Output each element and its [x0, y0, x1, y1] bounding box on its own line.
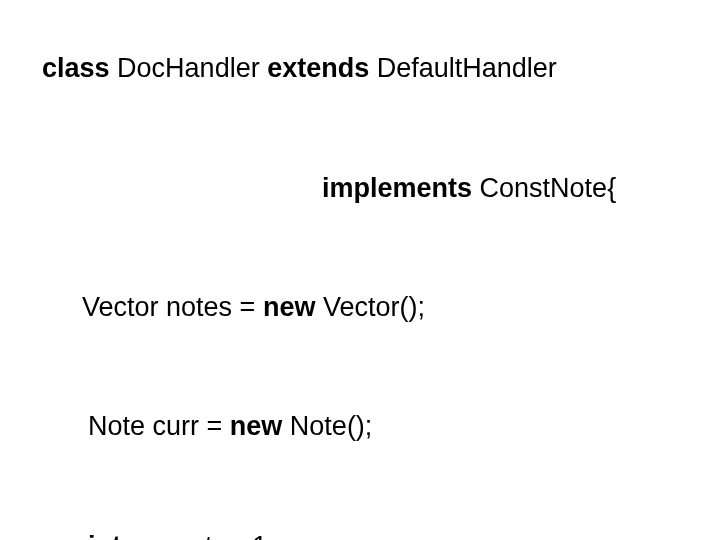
keyword-new: new [230, 411, 283, 441]
code-line-2: implements ConstNote{ [12, 133, 708, 242]
code-slide: class DocHandler extends DefaultHandler … [0, 0, 720, 540]
code-line-5: int current = -1; [12, 491, 708, 540]
code-text: current = -1; [121, 531, 275, 540]
keyword-extends: extends [267, 53, 369, 83]
code-line-4: Note curr = new Note(); [12, 372, 708, 481]
code-line-3: Vector notes = new Vector(); [12, 253, 708, 362]
keyword-int: int [88, 531, 121, 540]
code-text: ConstNote{ [472, 173, 616, 203]
code-line-1: class DocHandler extends DefaultHandler [12, 14, 708, 123]
code-text: Note(); [282, 411, 372, 441]
code-text: Vector notes = [82, 292, 263, 322]
code-text: Note curr = [88, 411, 230, 441]
keyword-implements: implements [322, 173, 472, 203]
keyword-new: new [263, 292, 316, 322]
keyword-class: class [42, 53, 110, 83]
code-text: DefaultHandler [369, 53, 557, 83]
code-text: DocHandler [110, 53, 268, 83]
code-text: Vector(); [315, 292, 425, 322]
